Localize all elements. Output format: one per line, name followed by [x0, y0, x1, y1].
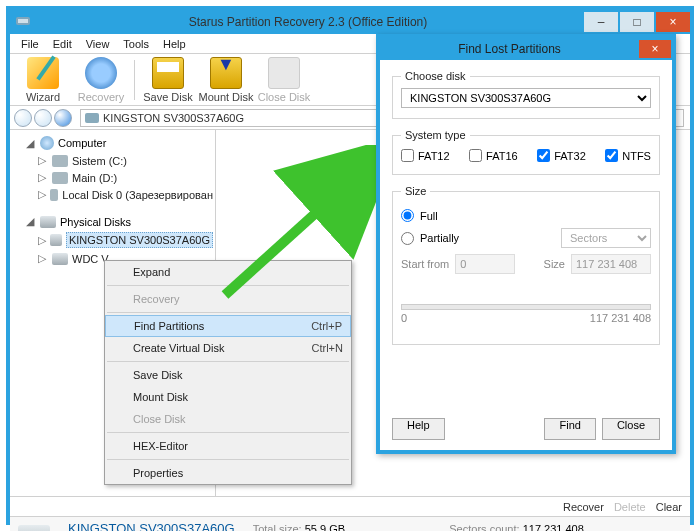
status-bar: KINGSTON SV300S37A60G Physical Disk Tota… [10, 516, 690, 531]
dialog-title: Find Lost Partitions [380, 42, 639, 56]
ctx-separator [107, 312, 349, 313]
toolbar-mountdisk-button[interactable]: Mount Disk [197, 57, 255, 103]
ctx-createvd-shortcut: Ctrl+N [312, 342, 343, 354]
ctx-separator [107, 285, 349, 286]
toolbar-separator [134, 60, 135, 100]
size-group: Size Full Partially Sectors Start from S… [392, 185, 660, 345]
drive-icon [52, 155, 68, 167]
toolbar-wizard-button[interactable]: Wizard [14, 57, 72, 103]
action-bar: Recover Delete Clear [10, 496, 690, 516]
choose-disk-legend: Choose disk [401, 70, 470, 82]
status-disk-name: KINGSTON SV300S37A60G [68, 521, 235, 531]
nav-back-button[interactable] [14, 109, 32, 127]
toolbar-savedisk-button[interactable]: Save Disk [139, 57, 197, 103]
ctx-find-partitions[interactable]: Find PartitionsCtrl+P [105, 315, 351, 337]
toolbar-closedisk-button: Close Disk [255, 57, 313, 103]
titlebar: Starus Partition Recovery 2.3 (Office Ed… [10, 10, 690, 34]
delete-button: Delete [614, 501, 646, 513]
dialog-titlebar: Find Lost Partitions × [380, 38, 672, 60]
menu-help[interactable]: Help [156, 38, 193, 50]
range-min-label: 0 [401, 312, 407, 324]
ctx-expand[interactable]: Expand [105, 261, 351, 283]
sectors-select: Sectors [561, 228, 651, 248]
tree-drive-c[interactable]: ▷Sistem (C:) [36, 152, 213, 169]
savedisk-icon [152, 57, 184, 89]
context-menu: Expand Recovery Find PartitionsCtrl+P Cr… [104, 260, 352, 485]
size-label: Size [544, 258, 565, 270]
ctx-separator [107, 432, 349, 433]
ctx-separator [107, 459, 349, 460]
window-minimize-button[interactable]: – [584, 12, 618, 32]
size-input [571, 254, 651, 274]
fat16-checkbox[interactable]: FAT16 [469, 149, 518, 162]
range-slider[interactable]: 0 117 231 408 [401, 304, 651, 322]
startfrom-label: Start from [401, 258, 449, 270]
ctx-findpart-shortcut: Ctrl+P [311, 320, 342, 332]
hdd-icon [50, 234, 62, 246]
physical-disks-icon [40, 216, 56, 228]
startfrom-input [455, 254, 515, 274]
tree-drive-d[interactable]: ▷Main (D:) [36, 169, 213, 186]
ctx-create-virtual-disk[interactable]: Create Virtual DiskCtrl+N [105, 337, 351, 359]
nav-up-button[interactable] [54, 109, 72, 127]
closedisk-icon [268, 57, 300, 89]
wizard-icon [27, 57, 59, 89]
window-maximize-button[interactable]: □ [620, 12, 654, 32]
address-text: KINGSTON SV300S37A60G [103, 112, 244, 124]
status-totalsize-label: Total size: [253, 523, 302, 532]
menu-file[interactable]: File [14, 38, 46, 50]
choose-disk-group: Choose disk KINGSTON SV300S37A60G [392, 70, 660, 119]
app-icon [14, 12, 34, 32]
mountdisk-icon [210, 57, 242, 89]
find-partitions-dialog: Find Lost Partitions × Choose disk KINGS… [376, 34, 676, 454]
ctx-recovery: Recovery [105, 288, 351, 310]
hdd-icon [52, 253, 68, 265]
find-button[interactable]: Find [544, 418, 595, 440]
dialog-close-button[interactable]: × [639, 40, 671, 58]
nav-forward-button[interactable] [34, 109, 52, 127]
status-disk-icon [18, 525, 50, 532]
range-max-label: 117 231 408 [590, 312, 651, 324]
tree-kingston[interactable]: ▷KINGSTON SV300S37A60G [36, 230, 213, 250]
fat32-checkbox[interactable]: FAT32 [537, 149, 586, 162]
ctx-hex-editor[interactable]: HEX-Editor [105, 435, 351, 457]
clear-button[interactable]: Clear [656, 501, 682, 513]
menu-edit[interactable]: Edit [46, 38, 79, 50]
recover-button[interactable]: Recover [563, 501, 604, 513]
disk-icon [85, 113, 99, 123]
close-button[interactable]: Close [602, 418, 660, 440]
ctx-separator [107, 361, 349, 362]
menu-tools[interactable]: Tools [116, 38, 156, 50]
ntfs-checkbox[interactable]: NTFS [605, 149, 651, 162]
size-partially-radio[interactable]: Partially Sectors [401, 228, 651, 248]
drive-icon [52, 172, 68, 184]
system-type-group: System type FAT12 FAT16 FAT32 NTFS [392, 129, 660, 175]
recovery-icon [85, 57, 117, 89]
ctx-mount-disk[interactable]: Mount Disk [105, 386, 351, 408]
tree-local-disk-0[interactable]: ▷Local Disk 0 (Зарезервирован [36, 186, 213, 203]
status-sectors-label: Sectors count: [449, 523, 519, 532]
window-close-button[interactable]: × [656, 12, 690, 32]
tree-physical-disks[interactable]: ◢Physical Disks [24, 213, 213, 230]
status-sectors-value: 117 231 408 [523, 523, 584, 532]
window-title: Starus Partition Recovery 2.3 (Office Ed… [34, 15, 582, 29]
ctx-properties[interactable]: Properties [105, 462, 351, 484]
drive-icon [50, 189, 58, 201]
computer-icon [40, 136, 54, 150]
size-full-radio[interactable]: Full [401, 209, 651, 222]
svg-rect-1 [18, 19, 28, 23]
status-totalsize-value: 55,9 GB [305, 523, 345, 532]
fat12-checkbox[interactable]: FAT12 [401, 149, 450, 162]
toolbar-recovery-button: Recovery [72, 57, 130, 103]
tree-computer[interactable]: ◢Computer [24, 134, 213, 152]
menu-view[interactable]: View [79, 38, 117, 50]
ctx-close-disk: Close Disk [105, 408, 351, 430]
system-type-legend: System type [401, 129, 470, 141]
size-legend: Size [401, 185, 430, 197]
help-button[interactable]: Help [392, 418, 445, 440]
ctx-save-disk[interactable]: Save Disk [105, 364, 351, 386]
disk-select[interactable]: KINGSTON SV300S37A60G [401, 88, 651, 108]
